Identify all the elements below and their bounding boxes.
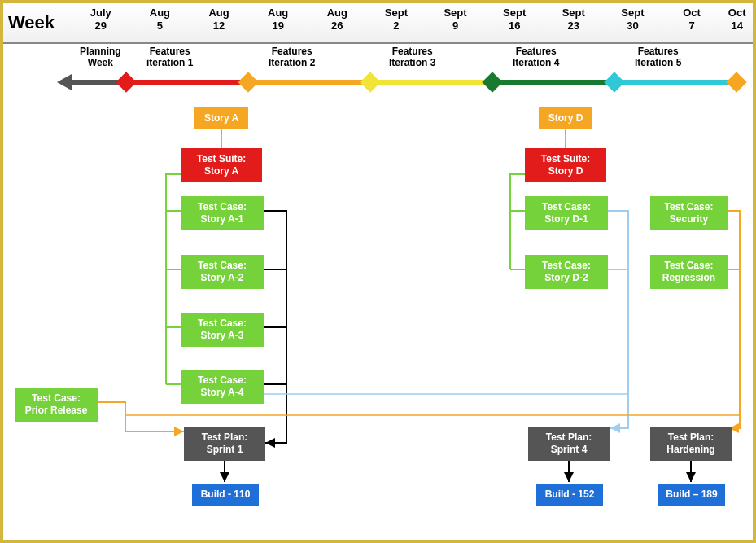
build-189: Build – 189 <box>658 484 725 506</box>
case-a3: Test Case: Story A-3 <box>181 313 264 347</box>
date-cell: Oct14 <box>721 3 753 42</box>
case-a4: Test Case: Story A-4 <box>181 370 264 404</box>
story-a: Story A <box>194 107 248 129</box>
plan-sprint1: Test Plan: Sprint 1 <box>184 427 265 461</box>
plan-hardening: Test Plan: Hardening <box>650 427 732 461</box>
case-a1: Test Case: Story A-1 <box>181 196 264 230</box>
phase-iter2: Features Iteration 2 <box>269 46 315 69</box>
date-cell: Aug26 <box>308 3 367 42</box>
timeline-header: Week July29 Aug5 Aug12 Aug19 Aug26 Sept2… <box>3 3 753 44</box>
phase-iter3: Features Iteration 3 <box>389 46 435 69</box>
date-cell: Aug5 <box>130 3 190 42</box>
date-cell: July29 <box>71 3 130 42</box>
plan-sprint4: Test Plan: Sprint 4 <box>528 427 610 461</box>
date-cell: Sept9 <box>426 3 485 42</box>
story-d: Story D <box>539 107 592 129</box>
suite-d: Test Suite: Story D <box>525 148 606 182</box>
bar-iter3 <box>374 80 490 85</box>
case-prior: Test Case: Prior Release <box>15 388 98 422</box>
phase-iter5: Features Iteration 5 <box>635 46 681 69</box>
bar-iter4 <box>496 80 612 85</box>
week-label: Week <box>3 3 71 42</box>
date-cell: Oct7 <box>662 3 722 42</box>
date-cell: Sept2 <box>367 3 426 42</box>
phase-bars <box>73 77 753 93</box>
date-cell: Sept16 <box>485 3 544 42</box>
phase-iter4: Features Iteration 4 <box>513 46 559 69</box>
date-cell: Sept23 <box>544 3 603 42</box>
date-cell: Aug12 <box>190 3 249 42</box>
bar-iter5 <box>618 80 734 85</box>
bar-iter2 <box>252 80 368 85</box>
case-a2: Test Case: Story A-2 <box>181 255 264 289</box>
build-110: Build - 110 <box>192 484 259 506</box>
suite-a: Test Suite: Story A <box>181 148 262 182</box>
case-security: Test Case: Security <box>650 196 728 230</box>
phase-iter1: Features iteration 1 <box>146 46 193 69</box>
date-cell: Aug19 <box>248 3 308 42</box>
phase-planning: Planning Week <box>80 46 121 69</box>
case-d2: Test Case: Story D-2 <box>525 255 608 289</box>
build-152: Build - 152 <box>536 484 603 506</box>
arrow-left-icon <box>57 74 72 90</box>
case-regression: Test Case: Regression <box>650 255 728 289</box>
case-d1: Test Case: Story D-1 <box>525 196 608 230</box>
date-cell: Sept30 <box>603 3 662 42</box>
bar-iter1 <box>130 80 246 85</box>
